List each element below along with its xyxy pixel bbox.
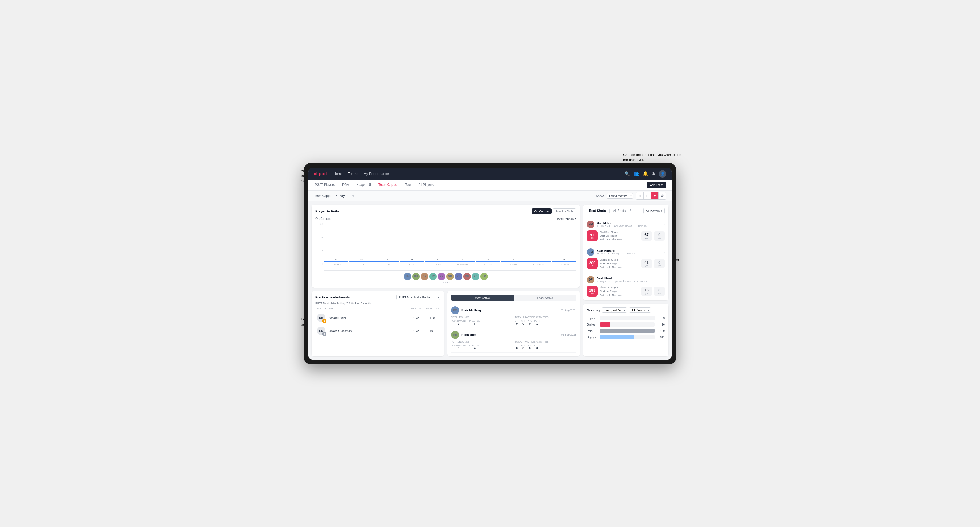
on-course-toggle[interactable]: On Course — [531, 208, 552, 214]
shot-stat-value-1: 67 — [644, 233, 649, 237]
shot-stat-zero-value-2: 0 — [658, 260, 660, 265]
activity-date-rbritt: 02 Sep 2023 — [561, 333, 576, 336]
least-active-tab[interactable]: Least Active — [514, 295, 576, 301]
scoring-row-bogeys: Bogeys 311 — [587, 335, 665, 339]
leaderboard-subtitle: PUTT Must Make Putting (3-6 ft). Last 3 … — [315, 302, 441, 305]
putt-col-1: PUTT 1 — [534, 320, 540, 325]
lb-avatar-rbutler: RB 1 — [317, 314, 325, 322]
heart-view-button[interactable]: ♥ — [651, 192, 659, 199]
sub-nav-all-players[interactable]: All Players — [417, 180, 434, 190]
shot-stat-dist-2: 43 yds — [641, 259, 652, 268]
chart-dropdown[interactable]: Total Rounds ▾ — [557, 217, 576, 221]
total-rounds-section-2: Total Rounds Tournament 8 Practice — [451, 340, 513, 350]
right-column: Best Shots | All Shots ▾ All Players ▾ — [583, 205, 668, 356]
card-header: Player Activity On Course Practice Drill… — [315, 208, 576, 214]
leaderboard-dropdown[interactable]: PUTT Must Make Putting ... — [396, 295, 441, 300]
shot-stat-label-1: yds — [645, 237, 648, 239]
bar-label-eebert: E. Ebert — [434, 263, 441, 265]
edit-icon[interactable]: ✎ — [352, 194, 355, 198]
sub-nav-hcaps[interactable]: Hcaps 1-5 — [355, 180, 372, 190]
top-nav: clippd Home Teams My Performance 🔍 👥 🔔 ⊕… — [309, 168, 671, 180]
bar-group-bmcharg: 13 B. McHarg — [324, 259, 348, 265]
shot-item-header-1: MM Matt Miller 09 Jun 2023 · Royal North… — [587, 221, 665, 228]
bar-group-jcoles: 9 J. Coles — [400, 259, 424, 265]
nav-logo: clippd — [314, 171, 327, 176]
nav-link-teams[interactable]: Teams — [348, 171, 358, 177]
left-column: Player Activity On Course Practice Drill… — [312, 205, 580, 356]
avatar[interactable]: 👤 — [659, 170, 666, 178]
all-players-chevron-icon: ▾ — [661, 209, 662, 213]
bar-eebert — [425, 261, 450, 262]
show-select[interactable]: Last 3 months Last month Last 6 months L… — [607, 193, 633, 198]
activity-player-info-2: RB Rees Britt — [451, 331, 476, 339]
practice-label-1: Practice — [469, 320, 480, 322]
shot-player-name-3: David Ford — [597, 277, 661, 280]
tournament-label-2: Tournament — [451, 344, 466, 346]
all-shots-tab[interactable]: All Shots — [611, 208, 628, 214]
activity-player-rbritt: RB Rees Britt 02 Sep 2023 Total Rounds — [451, 328, 576, 352]
scoring-track-eagles — [600, 316, 655, 320]
arg-val-1: 0 — [529, 322, 531, 325]
practice-col-1: Practice 6 — [469, 320, 480, 325]
plus-circle-icon[interactable]: ⊕ — [652, 171, 655, 176]
add-team-button[interactable]: Add Team — [647, 182, 666, 188]
shot-stat-zero-label-1: yds — [658, 237, 661, 239]
most-active-tab[interactable]: Most Active — [451, 295, 514, 301]
scoring-players-dropdown[interactable]: All Players — [629, 307, 651, 313]
sub-nav-team-clippd[interactable]: Team Clippd — [377, 180, 398, 190]
shot-item-dford[interactable]: DF David Ford 24 Aug 2023 · Royal North … — [583, 273, 668, 300]
scoring-fill-eagles — [600, 316, 600, 320]
practice-drills-toggle[interactable]: Practice Drills — [552, 208, 576, 214]
scoring-track-birdies — [600, 322, 655, 327]
y-axis: 15 10 5 0 — [315, 223, 324, 271]
gtt-col-1: GTT 0 — [515, 320, 519, 325]
shot-stat-dist-1: 67 yds — [641, 231, 652, 241]
scoring-track-pars — [600, 329, 655, 333]
bar-group-eebert: 5 E. Ebert — [425, 259, 450, 265]
bar-label-mmiller: M. Miller — [510, 263, 517, 265]
players-avatar-row: BM BB DF JC EE GB RB MM EC LR — [315, 271, 576, 280]
shot-stats-2: 200 SG Shot Dist: 43 ydsStart Lie: Rough… — [587, 258, 665, 269]
activity-tabs: Most Active Least Active — [451, 295, 576, 301]
rank-badge-1: 1 — [322, 319, 326, 323]
shot-stat-zero-3: 0 yds — [654, 287, 665, 296]
bell-icon[interactable]: 🔔 — [643, 171, 648, 176]
sub-nav-pgat[interactable]: PGAT Players — [314, 180, 336, 190]
grid-view-button[interactable]: ⊟ — [644, 192, 651, 199]
search-icon[interactable]: 🔍 — [625, 171, 630, 176]
bar-label-bmcharg: B. McHarg — [332, 263, 340, 265]
leaderboard-row-1: RB 1 Richard Butler 19/20 110 — [315, 311, 441, 324]
bar-group-gbillingham: 4 G. Billingham — [450, 259, 475, 265]
rank-badge-2: 2 — [322, 332, 326, 336]
best-shots-tab[interactable]: Best Shots — [587, 208, 608, 214]
nav-link-home[interactable]: Home — [333, 171, 343, 177]
leaderboard-row-2: EC 2 Edward Crossman 18/20 107 — [315, 324, 441, 338]
scoring-count-birdies: 96 — [657, 323, 665, 326]
avatar-gbillingham: GB — [446, 273, 454, 280]
scoring-count-pars: 499 — [657, 330, 665, 332]
putt-val-1: 1 — [536, 322, 538, 325]
shot-badge-3: 198 SG — [587, 286, 598, 297]
scoring-fill-pars — [600, 329, 655, 333]
scoring-title: Scoring — [587, 308, 600, 312]
nav-link-myperformance[interactable]: My Performance — [363, 171, 389, 177]
scoring-par-dropdown[interactable]: Par 3, 4 & 5s — [602, 307, 627, 313]
practice-leaderboards-card: Practice Leaderboards PUTT Must Make Put… — [312, 291, 444, 356]
bar-label-bbritt: B. Britt — [359, 263, 364, 265]
bar-value-ecrossman: 2 — [538, 259, 539, 261]
total-rounds-section-1: Total Rounds Tournament 7 Practice — [451, 316, 513, 325]
sub-nav-pga[interactable]: PGA — [341, 180, 350, 190]
bar-value-rbutler: 3 — [487, 259, 488, 261]
shot-badge-sub-3: SG — [591, 292, 593, 294]
scoring-header: Scoring Par 3, 4 & 5s All Players — [587, 307, 665, 313]
shot-item-bmcharg[interactable]: BM Blair McHarg 23 Jul 2023 · Ashridge G… — [583, 245, 668, 273]
bar-label-jcoles: J. Coles — [409, 263, 415, 265]
filter-view-button[interactable]: ⚙ — [659, 192, 666, 199]
all-players-dropdown[interactable]: All Players ▾ — [643, 208, 665, 214]
sub-nav-tour[interactable]: Tour — [404, 180, 412, 190]
shot-stat-value-2: 43 — [644, 260, 649, 265]
total-rounds-label-1: Total Rounds — [451, 316, 513, 319]
list-view-button[interactable]: ⊞ — [636, 192, 644, 199]
users-icon[interactable]: 👥 — [633, 171, 639, 176]
shot-item-mmiller[interactable]: MM Matt Miller 09 Jun 2023 · Royal North… — [583, 217, 668, 245]
